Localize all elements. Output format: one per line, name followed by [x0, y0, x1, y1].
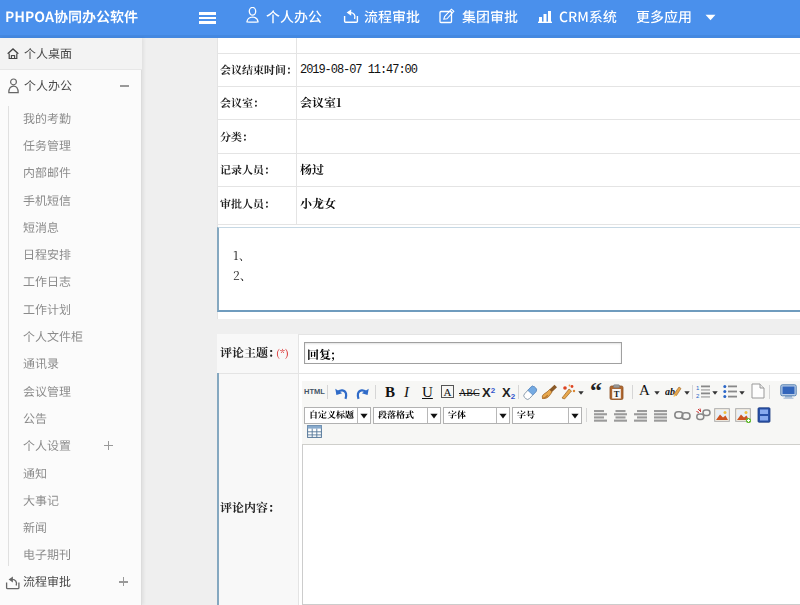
svg-text:T: T [614, 389, 620, 399]
svg-text:1: 1 [696, 385, 700, 391]
svg-text:ab: ab [665, 386, 675, 397]
svg-text:2: 2 [696, 393, 700, 399]
